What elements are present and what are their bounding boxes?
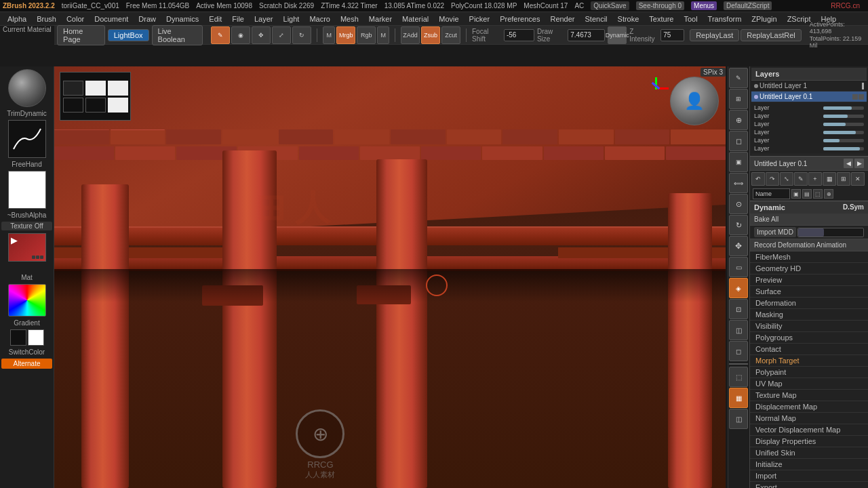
menu-display-properties[interactable]: Display Properties bbox=[750, 436, 868, 447]
alternate-btn[interactable]: Alternate bbox=[1, 359, 52, 369]
draw-btn[interactable]: ◉ bbox=[231, 26, 250, 44]
menu-layer[interactable]: Layer bbox=[250, 14, 278, 24]
rs-zoom3d-btn[interactable]: ⊙ bbox=[729, 194, 748, 214]
layer-icon-4[interactable]: ⊕ bbox=[824, 189, 833, 199]
material-swatch[interactable]: ▶ bbox=[8, 233, 46, 271]
layer-tool-7[interactable]: ⊞ bbox=[837, 172, 850, 186]
rgb-btn[interactable]: Rgb bbox=[357, 26, 376, 44]
focal-shift-input[interactable] bbox=[504, 29, 534, 41]
menu-vector-displacement-map[interactable]: Vector Displacement Map bbox=[750, 424, 868, 436]
texture-off-btn[interactable]: Texture Off bbox=[1, 222, 52, 230]
menu-transform[interactable]: Transform bbox=[703, 14, 747, 24]
menu-normal-map[interactable]: Normal Map bbox=[750, 413, 868, 424]
m-btn[interactable]: M bbox=[323, 26, 335, 44]
zsub-btn[interactable]: Zsub bbox=[421, 26, 440, 44]
menu-deformation[interactable]: Deformation bbox=[750, 298, 868, 309]
rs-transp2-btn[interactable]: ◫ bbox=[729, 409, 748, 429]
rs-floor-btn[interactable]: ▭ bbox=[729, 257, 748, 277]
rs-linefill-btn[interactable]: ⬚ bbox=[729, 367, 748, 387]
layer-icon-1[interactable]: ▣ bbox=[791, 189, 801, 199]
tab-lightbox[interactable]: LightBox bbox=[108, 29, 149, 41]
replay-last-rel-btn[interactable]: ReplayLastRel bbox=[741, 29, 802, 41]
menu-brush[interactable]: Brush bbox=[32, 14, 61, 24]
layer-tool-5[interactable]: + bbox=[808, 172, 822, 186]
z-intensity-input[interactable] bbox=[660, 29, 684, 41]
menu-surface[interactable]: Surface bbox=[750, 286, 868, 298]
zadd-btn[interactable]: ZAdd bbox=[401, 26, 420, 44]
rs-persp-btn[interactable]: ◈ bbox=[729, 278, 748, 298]
layer-01-row[interactable]: Untitled Layer 0.1 bbox=[751, 92, 867, 102]
rs-sym-btn[interactable]: ⟺ bbox=[729, 173, 748, 193]
menu-preferences[interactable]: Preferences bbox=[495, 14, 545, 24]
mrgb-btn[interactable]: Mrgb bbox=[336, 26, 355, 44]
menu-color[interactable]: Color bbox=[62, 14, 89, 24]
menu-movie[interactable]: Movie bbox=[434, 14, 463, 24]
rs-move-btn[interactable]: ✥ bbox=[729, 236, 748, 256]
replay-last-btn[interactable]: ReplayLast bbox=[690, 29, 739, 41]
layer-arrow-right[interactable]: ▶ bbox=[854, 159, 864, 168]
tab-home-page[interactable]: Home Page bbox=[57, 25, 105, 45]
menu-geometry-hd[interactable]: Geometry HD bbox=[750, 263, 868, 274]
layer-tool-4[interactable]: ✎ bbox=[794, 172, 808, 186]
zcut-btn[interactable]: Zcut bbox=[441, 26, 460, 44]
tab-live-boolean[interactable]: Live Boolean bbox=[152, 25, 203, 45]
layer-1-row[interactable]: Untitled Layer 1 bbox=[751, 81, 867, 92]
menu-dynamics[interactable]: Dynamics bbox=[161, 14, 203, 24]
default-zscript[interactable]: DefaultZScript bbox=[724, 1, 772, 10]
brush-preview[interactable] bbox=[8, 120, 46, 158]
dynamic-btn[interactable]: Dynamic bbox=[608, 26, 627, 44]
menu-file[interactable]: File bbox=[227, 14, 249, 24]
menu-macro[interactable]: Macro bbox=[304, 14, 335, 24]
menu-fiber-mesh[interactable]: FiberMesh bbox=[750, 251, 868, 263]
viewport[interactable]: ⊞ 人 ⊕ RRCG 人人素材 👤 bbox=[54, 66, 726, 488]
see-through[interactable]: See-through 0 bbox=[636, 1, 684, 10]
import-mdd-btn[interactable]: Import MDD bbox=[754, 227, 796, 237]
menu-picker[interactable]: Picker bbox=[465, 14, 495, 24]
menu-initialize[interactable]: Initialize bbox=[750, 459, 868, 470]
menu-uv-map[interactable]: UV Map bbox=[750, 378, 868, 390]
scale-btn[interactable]: ⤢ bbox=[272, 26, 291, 44]
menu-draw[interactable]: Draw bbox=[134, 14, 161, 24]
color-picker[interactable] bbox=[8, 284, 46, 317]
layer-icon-2[interactable]: ▤ bbox=[802, 189, 812, 199]
menu-render[interactable]: Render bbox=[545, 14, 579, 24]
menu-texture[interactable]: Texture bbox=[644, 14, 678, 24]
menu-polygroups[interactable]: Polygroups bbox=[750, 332, 868, 344]
menu-document[interactable]: Document bbox=[90, 14, 133, 24]
menu-polypaint[interactable]: Polypaint bbox=[750, 367, 868, 378]
menu-texture-map[interactable]: Texture Map bbox=[750, 390, 868, 401]
rs-transp-btn[interactable]: ◫ bbox=[729, 320, 748, 340]
material-preview[interactable] bbox=[8, 69, 46, 107]
swatch-white[interactable] bbox=[28, 329, 44, 346]
menu-unified-skin[interactable]: Unified Skin bbox=[750, 447, 868, 459]
menu-marker[interactable]: Marker bbox=[364, 14, 397, 24]
menu-import[interactable]: Import bbox=[750, 470, 868, 482]
layer-tool-1[interactable]: ↶ bbox=[751, 172, 765, 186]
menu-tool[interactable]: Tool bbox=[679, 14, 702, 24]
edit-btn[interactable]: ✎ bbox=[211, 26, 230, 44]
menu-light[interactable]: Light bbox=[279, 14, 304, 24]
rs-frame-btn[interactable]: ⊡ bbox=[729, 299, 748, 319]
layer-name-input[interactable] bbox=[753, 188, 790, 199]
rotate-btn[interactable]: ↻ bbox=[292, 26, 311, 44]
rs-zoom-btn[interactable]: ⊕ bbox=[729, 110, 748, 130]
rs-scroll-btn[interactable]: ⊞ bbox=[729, 89, 748, 109]
rs-ghost-btn[interactable]: ◻ bbox=[729, 341, 748, 361]
layer-tool-2[interactable]: ↷ bbox=[766, 172, 779, 186]
menu-visibility[interactable]: Visibility bbox=[750, 321, 868, 332]
menu-edit[interactable]: Edit bbox=[204, 14, 226, 24]
menu-stroke[interactable]: Stroke bbox=[613, 14, 644, 24]
layer-tool-6[interactable]: ▦ bbox=[823, 172, 836, 186]
swatch-black[interactable] bbox=[10, 329, 26, 346]
layer-tool-3[interactable]: ⤡ bbox=[780, 172, 793, 186]
record-deformation-btn[interactable]: Record Deformation Animation bbox=[750, 239, 868, 251]
menu-contact[interactable]: Contact bbox=[750, 344, 868, 355]
alpha-preview[interactable] bbox=[8, 171, 46, 209]
layer-arrow-left[interactable]: ◀ bbox=[844, 159, 853, 168]
menu-stencil[interactable]: Stencil bbox=[580, 14, 612, 24]
quicksave-btn[interactable]: QuickSave bbox=[591, 1, 629, 10]
menu-alpha[interactable]: Alpha bbox=[3, 14, 31, 24]
rs-actual-btn[interactable]: ◻ bbox=[729, 131, 748, 151]
menu-displacement-map[interactable]: Displacement Map bbox=[750, 401, 868, 413]
bake-all-btn[interactable]: Bake All bbox=[750, 214, 868, 226]
